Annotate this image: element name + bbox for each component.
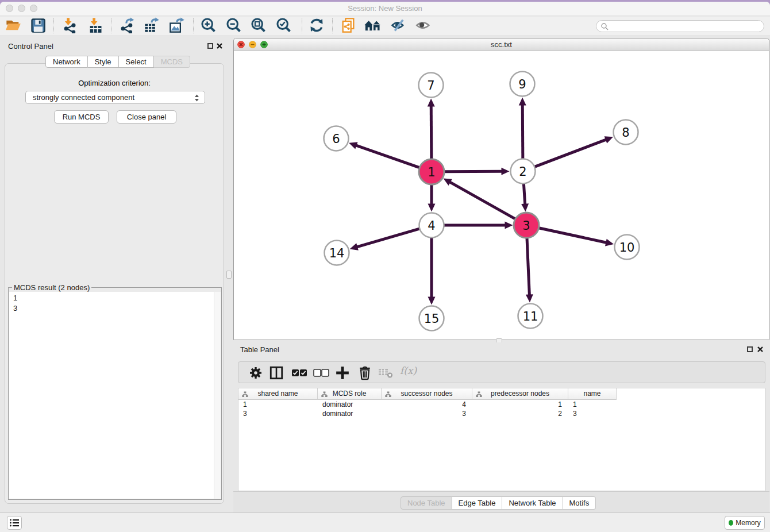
add-column-icon[interactable] — [335, 365, 350, 382]
column-header-shared-name[interactable]: shared name — [238, 388, 318, 400]
tab-motifs[interactable]: Motifs — [563, 496, 596, 510]
graph-node-3[interactable]: 3 — [514, 213, 539, 238]
table-cell[interactable]: dominator — [318, 400, 382, 409]
table-options-icon[interactable] — [248, 365, 263, 382]
svg-text:8: 8 — [622, 126, 629, 140]
table-panel-close-icon[interactable] — [757, 346, 764, 353]
graph-edge-3-10[interactable] — [538, 228, 607, 242]
delete-column-icon[interactable] — [357, 365, 372, 382]
export-network-icon[interactable] — [118, 17, 136, 33]
svg-text:2: 2 — [519, 165, 526, 179]
graph-node-4[interactable]: 4 — [419, 213, 444, 238]
table-cell[interactable]: 1 — [472, 400, 568, 409]
zoom-selected-icon[interactable] — [275, 17, 292, 33]
tab-mcds[interactable]: MCDS — [154, 56, 190, 68]
criterion-select[interactable]: strongly connected component — [25, 91, 205, 104]
graph-edge-1-7[interactable] — [431, 105, 432, 160]
graph-node-1[interactable]: 1 — [419, 159, 444, 184]
tab-style[interactable]: Style — [88, 56, 119, 68]
table-cell[interactable]: 2 — [472, 409, 568, 418]
graph-edge-1-2[interactable] — [444, 171, 503, 172]
tab-edge-table[interactable]: Edge Table — [452, 496, 503, 510]
column-header-name[interactable]: name — [568, 388, 617, 400]
column-header-successor-nodes[interactable]: successor nodes — [382, 388, 472, 400]
delete-table-icon[interactable] — [378, 368, 393, 380]
column-header-MCDS-role[interactable]: MCDS role — [318, 388, 382, 400]
control-panel-float-icon[interactable] — [207, 43, 213, 49]
zoom-out-icon[interactable] — [225, 17, 242, 33]
table-cell[interactable]: 3 — [238, 409, 318, 418]
svg-text:14: 14 — [329, 246, 345, 260]
graph-edge-4-14[interactable] — [356, 229, 420, 247]
svg-text:3: 3 — [522, 219, 530, 233]
table-cell[interactable]: dominator — [318, 409, 382, 418]
status-bar: Memory — [0, 512, 770, 532]
tab-network[interactable]: Network — [45, 56, 88, 68]
save-session-icon[interactable] — [29, 17, 47, 33]
graph-node-14[interactable]: 14 — [325, 241, 349, 265]
run-mcds-button[interactable]: Run MCDS — [54, 110, 109, 124]
function-builder-icon: f(x) — [400, 365, 417, 376]
zoom-in-icon[interactable] — [200, 17, 217, 33]
table-cell[interactable]: 1 — [568, 400, 617, 409]
import-table-icon[interactable] — [87, 17, 104, 33]
memory-button[interactable]: Memory — [725, 516, 765, 530]
hide-selected-icon[interactable] — [390, 17, 407, 33]
graph-node-11[interactable]: 11 — [518, 304, 543, 329]
mcds-result-scrollbar[interactable] — [214, 292, 221, 499]
graph-node-15[interactable]: 15 — [419, 306, 444, 331]
network-window-titlebar[interactable]: scc.txt — [234, 38, 769, 51]
graph-edge-arrow-4-15 — [428, 297, 436, 305]
graph-edge-arrow-3-10 — [605, 239, 614, 246]
network-canvas[interactable]: 7968124314101511 — [234, 51, 769, 340]
graph-node-7[interactable]: 7 — [419, 73, 444, 98]
graph-node-10[interactable]: 10 — [615, 235, 640, 260]
graph-edge-2-9[interactable] — [522, 104, 523, 159]
import-network-icon[interactable] — [61, 17, 78, 33]
graph-edge-3-11[interactable] — [527, 237, 529, 296]
mcds-result-text: 1 3 — [13, 293, 17, 314]
table-cell[interactable]: 3 — [382, 409, 472, 418]
home-icon[interactable] — [364, 17, 381, 33]
export-image-icon[interactable] — [168, 17, 186, 33]
graph-edge-arrow-1-2 — [501, 168, 509, 175]
graph-node-2[interactable]: 2 — [511, 159, 536, 184]
graph-node-9[interactable]: 9 — [510, 72, 535, 97]
tab-node-table[interactable]: Node Table — [401, 496, 452, 510]
control-panel-close-icon[interactable] — [216, 43, 223, 49]
close-panel-button[interactable]: Close panel — [117, 110, 176, 124]
search-box[interactable] — [596, 20, 764, 32]
refresh-icon[interactable] — [308, 17, 325, 33]
memory-label: Memory — [736, 519, 760, 527]
graph-node-8[interactable]: 8 — [614, 120, 638, 145]
table-row[interactable]: 1dominator411 — [238, 400, 765, 409]
table-cell[interactable]: 3 — [568, 409, 617, 418]
show-hidden-icon[interactable] — [415, 17, 432, 33]
table-row[interactable]: 3dominator323 — [238, 409, 765, 418]
tab-select[interactable]: Select — [119, 56, 154, 68]
column-tree-icon — [476, 391, 482, 398]
table-cell[interactable]: 4 — [382, 400, 472, 409]
copy-network-icon[interactable] — [340, 17, 357, 33]
column-header-predecessor-nodes[interactable]: predecessor nodes — [472, 388, 568, 400]
select-all-icon[interactable] — [291, 369, 307, 379]
table-panel: Table Panel f(x) shared nameMCDS rolesuc… — [233, 342, 769, 512]
column-visibility-icon[interactable] — [269, 365, 284, 382]
export-table-icon[interactable] — [143, 17, 160, 33]
zoom-fit-icon[interactable] — [250, 17, 267, 33]
graph-edge-1-6[interactable] — [356, 145, 421, 168]
table-panel-title: Table Panel — [240, 345, 279, 354]
main-toolbar — [0, 17, 770, 36]
graph-edge-2-3[interactable] — [523, 183, 525, 205]
table-panel-float-icon[interactable] — [747, 346, 753, 352]
graph-edge-2-8[interactable] — [534, 140, 607, 167]
horizontal-splitter-handle[interactable] — [226, 271, 232, 279]
deselect-all-icon[interactable] — [313, 369, 329, 379]
task-history-button[interactable] — [7, 516, 22, 530]
svg-text:7: 7 — [427, 79, 434, 92]
tab-network-table[interactable]: Network Table — [502, 496, 563, 510]
open-session-icon[interactable] — [5, 17, 22, 33]
table-cell[interactable]: 1 — [238, 400, 318, 409]
graph-edge-3-1[interactable] — [449, 182, 516, 219]
graph-node-6[interactable]: 6 — [324, 126, 349, 151]
